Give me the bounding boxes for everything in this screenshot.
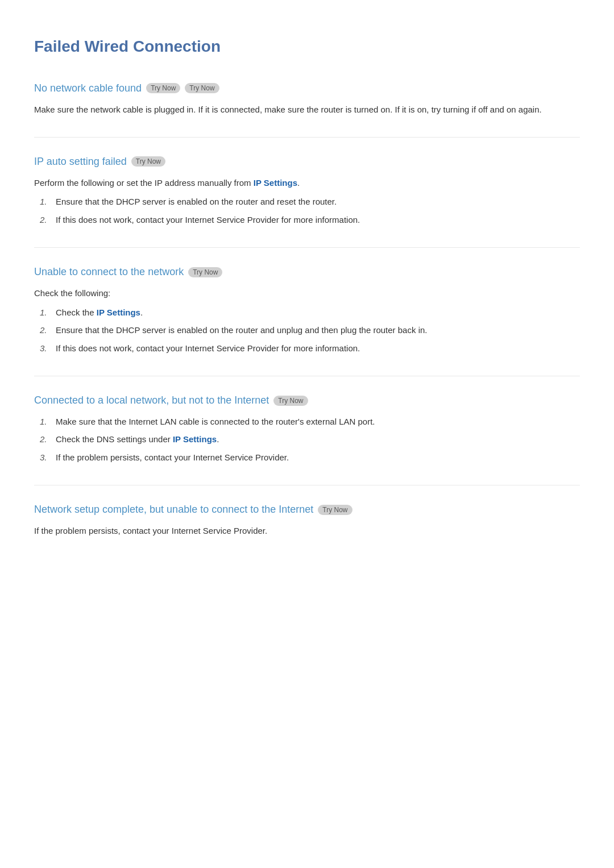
list-text: Ensure that the DHCP server is enabled o… <box>56 194 337 209</box>
try-now-button-no-cable-2[interactable]: Try Now <box>185 83 219 93</box>
try-now-button-unable-connect[interactable]: Try Now <box>188 267 222 277</box>
list-text: Ensure that the DHCP server is enabled o… <box>56 323 427 338</box>
list-text: If the problem persists, contact your In… <box>56 450 289 465</box>
try-now-button-ip-auto[interactable]: Try Now <box>131 156 165 167</box>
section-setup-complete: Network setup complete, but unable to co… <box>34 501 580 538</box>
list-text-prefix: Check the <box>56 308 97 317</box>
section-title-unable-connect: Unable to connect to the network <box>34 264 184 280</box>
section-no-cable: No network cable found Try Now Try Now M… <box>34 80 580 117</box>
page-title: Failed Wired Connection <box>34 34 580 60</box>
list-item: 2. If this does not work, contact your I… <box>40 213 580 227</box>
list-text-suffix: . <box>217 434 219 444</box>
ip-settings-link-2[interactable]: IP Settings <box>97 308 140 317</box>
ip-settings-link-1[interactable]: IP Settings <box>254 178 297 188</box>
list-text: Check the DNS settings under IP Settings… <box>56 432 219 447</box>
section-title-local-network: Connected to a local network, but not to… <box>34 392 269 409</box>
divider-3 <box>34 376 580 376</box>
ip-settings-link-3[interactable]: IP Settings <box>173 434 217 444</box>
setup-complete-description: If the problem persists, contact your In… <box>34 524 580 538</box>
list-item: 3. If the problem persists, contact your… <box>40 450 580 465</box>
section-body-local-network: 1. Make sure that the Internet LAN cable… <box>34 414 580 465</box>
section-body-no-cable: Make sure the network cable is plugged i… <box>34 102 580 117</box>
list-num: 1. <box>40 414 51 429</box>
list-num: 3. <box>40 450 51 465</box>
divider-1 <box>34 137 580 138</box>
local-network-list: 1. Make sure that the Internet LAN cable… <box>40 414 580 465</box>
section-title-setup-complete: Network setup complete, but unable to co… <box>34 501 313 518</box>
section-header-ip-auto: IP auto setting failed Try Now <box>34 153 580 170</box>
list-item: 1. Check the IP Settings. <box>40 305 580 320</box>
section-ip-auto: IP auto setting failed Try Now Perform t… <box>34 153 580 227</box>
list-num: 2. <box>40 213 51 227</box>
list-text-prefix: Check the DNS settings under <box>56 434 173 444</box>
list-text: If this does not work, contact your Inte… <box>56 341 360 356</box>
try-now-button-local-network[interactable]: Try Now <box>273 396 308 406</box>
list-text-suffix: . <box>140 308 143 317</box>
list-item: 1. Make sure that the Internet LAN cable… <box>40 414 580 429</box>
section-local-network: Connected to a local network, but not to… <box>34 392 580 464</box>
list-num: 2. <box>40 432 51 447</box>
section-body-setup-complete: If the problem persists, contact your In… <box>34 524 580 538</box>
list-num: 1. <box>40 305 51 320</box>
divider-4 <box>34 485 580 485</box>
list-text: Make sure that the Internet LAN cable is… <box>56 414 375 429</box>
list-num: 1. <box>40 194 51 209</box>
try-now-button-no-cable-1[interactable]: Try Now <box>146 83 180 93</box>
ip-auto-intro: Perform the following or set the IP addr… <box>34 176 580 190</box>
ip-auto-suffix: . <box>297 178 300 188</box>
list-text: If this does not work, contact your Inte… <box>56 213 360 227</box>
section-title-no-cable: No network cable found <box>34 80 142 97</box>
unable-connect-intro: Check the following: <box>34 286 580 301</box>
divider-2 <box>34 247 580 248</box>
section-title-ip-auto: IP auto setting failed <box>34 153 127 170</box>
list-item: 2. Ensure that the DHCP server is enable… <box>40 323 580 338</box>
section-header-setup-complete: Network setup complete, but unable to co… <box>34 501 580 518</box>
unable-connect-list: 1. Check the IP Settings. 2. Ensure that… <box>40 305 580 356</box>
section-header-local-network: Connected to a local network, but not to… <box>34 392 580 409</box>
list-text: Check the IP Settings. <box>56 305 143 320</box>
list-item: 3. If this does not work, contact your I… <box>40 341 580 356</box>
list-num: 2. <box>40 323 51 338</box>
section-header-no-cable: No network cable found Try Now Try Now <box>34 80 580 97</box>
ip-auto-list: 1. Ensure that the DHCP server is enable… <box>40 194 580 227</box>
list-num: 3. <box>40 341 51 356</box>
try-now-button-setup-complete[interactable]: Try Now <box>318 505 352 515</box>
section-unable-connect: Unable to connect to the network Try Now… <box>34 264 580 355</box>
section-body-unable-connect: Check the following: 1. Check the IP Set… <box>34 286 580 355</box>
list-item: 1. Ensure that the DHCP server is enable… <box>40 194 580 209</box>
section-body-ip-auto: Perform the following or set the IP addr… <box>34 176 580 227</box>
list-item: 2. Check the DNS settings under IP Setti… <box>40 432 580 447</box>
ip-auto-prefix: Perform the following or set the IP addr… <box>34 178 254 188</box>
no-cable-description: Make sure the network cable is plugged i… <box>34 102 580 117</box>
section-header-unable-connect: Unable to connect to the network Try Now <box>34 264 580 280</box>
